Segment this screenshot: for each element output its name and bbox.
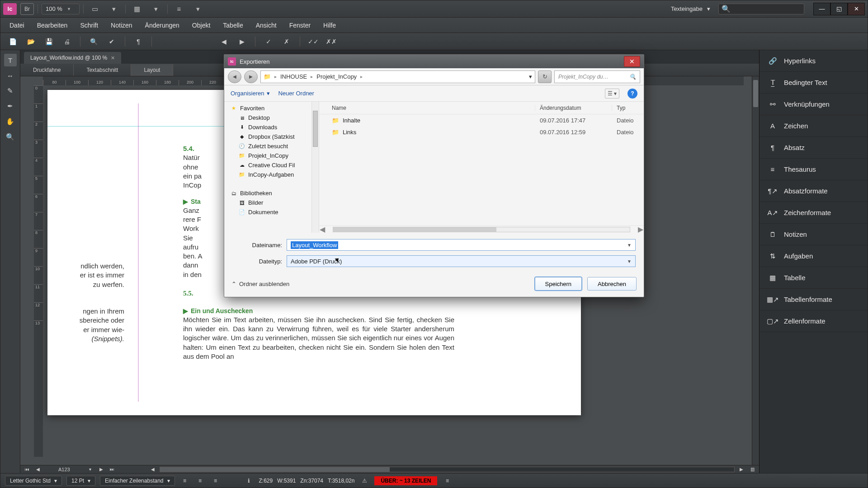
menu-bearbeiten[interactable]: Bearbeiten xyxy=(32,19,73,32)
panel-character-styles[interactable]: A↗Zeichenformate xyxy=(760,202,868,224)
filetype-dropdown[interactable]: Adobe PDF (Druck) ▼ xyxy=(287,255,636,267)
tree-item[interactable]: Dropbox (Satzkist xyxy=(248,133,295,140)
spellcheck-icon[interactable]: ✔︎ xyxy=(105,36,118,47)
minimize-button[interactable]: — xyxy=(813,3,830,15)
tree-item[interactable]: Downloads xyxy=(248,124,277,131)
next-change-icon[interactable]: ▶ xyxy=(235,36,249,47)
menu-tabelle[interactable]: Tabelle xyxy=(217,19,248,32)
tree-item[interactable]: Desktop xyxy=(248,114,270,121)
tree-item[interactable]: Creative Cloud Fil xyxy=(248,162,295,169)
menu-datei[interactable]: Datei xyxy=(4,19,30,32)
close-tab-icon[interactable]: ✕ xyxy=(111,55,115,61)
menu-aenderungen[interactable]: Änderungen xyxy=(140,19,185,32)
new-icon[interactable]: 📄 xyxy=(6,36,19,47)
scroll-thumb[interactable] xyxy=(753,80,758,107)
file-row[interactable]: 📁Inhalte 09.07.2016 17:47 Dateio xyxy=(319,114,644,126)
scroll-thumb[interactable] xyxy=(333,227,496,232)
new-folder-button[interactable]: Neuer Ordner xyxy=(278,90,314,97)
reject-icon[interactable]: ✗ xyxy=(280,36,293,47)
panel-links[interactable]: ⚯Verknüpfungen xyxy=(760,94,868,115)
subtab-druckfahne[interactable]: Druckfahne xyxy=(20,64,74,76)
prev-page-icon[interactable]: ◀ xyxy=(34,466,42,473)
screen-mode-icon[interactable]: ▭ xyxy=(87,4,103,14)
scroll-thumb[interactable] xyxy=(313,111,318,147)
panel-paragraph-styles[interactable]: ¶↗Absatzformate xyxy=(760,180,868,202)
chevron-down-icon[interactable]: ▾ xyxy=(106,4,122,14)
selection-tool-icon[interactable]: ↔ xyxy=(4,69,17,82)
open-icon[interactable]: 📂 xyxy=(24,36,38,47)
page-number[interactable]: A123 xyxy=(45,467,84,472)
nav-forward-button[interactable]: ► xyxy=(244,70,258,83)
folder-tree[interactable]: ★Favoriten 🖥Desktop ⬇Downloads ◆Dropbox … xyxy=(224,102,319,233)
col-name[interactable]: Name xyxy=(319,105,535,111)
subtab-textabschnitt[interactable]: Textabschnitt xyxy=(74,64,131,76)
first-page-icon[interactable]: ⏮ xyxy=(23,466,31,473)
refresh-button[interactable]: ↻ xyxy=(538,70,552,83)
view-options-icon[interactable]: ≡ xyxy=(171,4,187,14)
menu-fenster[interactable]: Fenster xyxy=(284,19,316,32)
accept-icon[interactable]: ✓ xyxy=(262,36,275,47)
nav-back-button[interactable]: ◄ xyxy=(228,70,241,83)
menu-schrift[interactable]: Schrift xyxy=(75,19,104,32)
align-center-icon[interactable]: ≡ xyxy=(195,476,206,485)
zoom-tool-icon[interactable]: 🔍 xyxy=(4,131,17,143)
arrange-icon[interactable]: ▦ xyxy=(129,4,145,14)
dialog-search-input[interactable]: Projekt_InCopy du… 🔍 xyxy=(554,70,640,83)
file-list-header[interactable]: Name Änderungsdatum Typ xyxy=(319,102,644,114)
dialog-titlebar[interactable]: Ic Exportieren ✕ xyxy=(224,55,644,68)
panel-character[interactable]: AZeichen xyxy=(760,115,868,137)
dialog-close-button[interactable]: ✕ xyxy=(624,56,640,67)
panel-cell-styles[interactable]: ▢↗Zellenformate xyxy=(760,310,868,332)
panel-paragraph[interactable]: ¶Absatz xyxy=(760,137,868,159)
subtab-layout[interactable]: Layout xyxy=(131,64,173,76)
panel-conditional-text[interactable]: T̲Bedingter Text xyxy=(760,72,868,94)
tree-item[interactable]: Dokumente xyxy=(248,209,278,216)
zoom-dropdown[interactable]: 100 %▼ xyxy=(42,4,80,14)
accept-all-icon[interactable]: ✓✓ xyxy=(307,36,320,47)
size-dropdown[interactable]: 12 Pt▾ xyxy=(66,476,95,486)
breadcrumb-item[interactable]: Projekt_InCopy xyxy=(316,73,357,80)
prev-change-icon[interactable]: ◀ xyxy=(217,36,231,47)
chevron-down-icon[interactable]: ▾ xyxy=(529,73,532,80)
help-search-input[interactable]: 🔍 xyxy=(718,4,804,14)
type-tool-icon[interactable]: T xyxy=(4,54,17,66)
tree-item[interactable]: Zuletzt besucht xyxy=(248,143,288,150)
eyedropper-tool-icon[interactable]: ✒ xyxy=(4,100,17,113)
save-icon[interactable]: 💾 xyxy=(42,36,56,47)
panel-assignments[interactable]: ⇅Aufgaben xyxy=(760,245,868,267)
pilcrow-icon[interactable]: ¶ xyxy=(132,36,145,47)
menu-icon[interactable]: ≡ xyxy=(442,476,453,485)
panel-hyperlinks[interactable]: 🔗Hyperlinks xyxy=(760,50,868,72)
split-view-icon[interactable]: ▥ xyxy=(748,466,756,473)
document-tab[interactable]: Layout_Workflow.indd @ 100 % ✕ xyxy=(24,52,121,64)
font-dropdown[interactable]: Letter Gothic Std▾ xyxy=(5,476,62,486)
scroll-thumb[interactable] xyxy=(160,467,390,472)
reject-all-icon[interactable]: ✗✗ xyxy=(325,36,338,47)
next-page-icon[interactable]: ▶ xyxy=(97,466,105,473)
bridge-button[interactable]: Br xyxy=(20,3,34,15)
horizontal-scrollbar[interactable] xyxy=(160,467,735,472)
tree-item[interactable]: Bilder xyxy=(248,199,263,206)
breadcrumb[interactable]: 📁 ▸ INHOUSE ▸ Projekt_InCopy ▸ ▾ xyxy=(260,70,535,83)
menu-notizen[interactable]: Notizen xyxy=(105,19,137,32)
close-button[interactable]: ✕ xyxy=(848,3,865,15)
filename-input[interactable]: Layout_Workflow ▼ xyxy=(287,239,636,251)
workspace-dropdown[interactable]: Texteingabe▾ xyxy=(666,5,715,12)
page-dropdown-icon[interactable]: ▾ xyxy=(86,466,94,473)
align-right-icon[interactable]: ≡ xyxy=(210,476,221,485)
help-button[interactable]: ? xyxy=(627,89,637,99)
chevron-down-icon[interactable]: ▼ xyxy=(626,242,632,248)
chevron-down-icon[interactable]: ▾ xyxy=(190,4,206,14)
menu-hilfe[interactable]: Hilfe xyxy=(318,19,341,32)
maximize-button[interactable]: ◱ xyxy=(830,3,848,15)
tree-item[interactable]: InCopy-Aufgaben xyxy=(248,171,294,178)
panel-notes[interactable]: 🗒Notizen xyxy=(760,224,868,245)
hand-tool-icon[interactable]: ✋ xyxy=(4,115,17,128)
breadcrumb-item[interactable]: INHOUSE xyxy=(280,73,307,80)
panel-table[interactable]: ▦Tabelle xyxy=(760,267,868,289)
menu-objekt[interactable]: Objekt xyxy=(187,19,216,32)
hide-folders-toggle[interactable]: ⌃Ordner ausblenden xyxy=(231,281,289,287)
cancel-button[interactable]: Abbrechen xyxy=(587,277,637,291)
search-icon[interactable]: 🔍 xyxy=(87,36,100,47)
chevron-down-icon[interactable]: ▾ xyxy=(148,4,164,14)
